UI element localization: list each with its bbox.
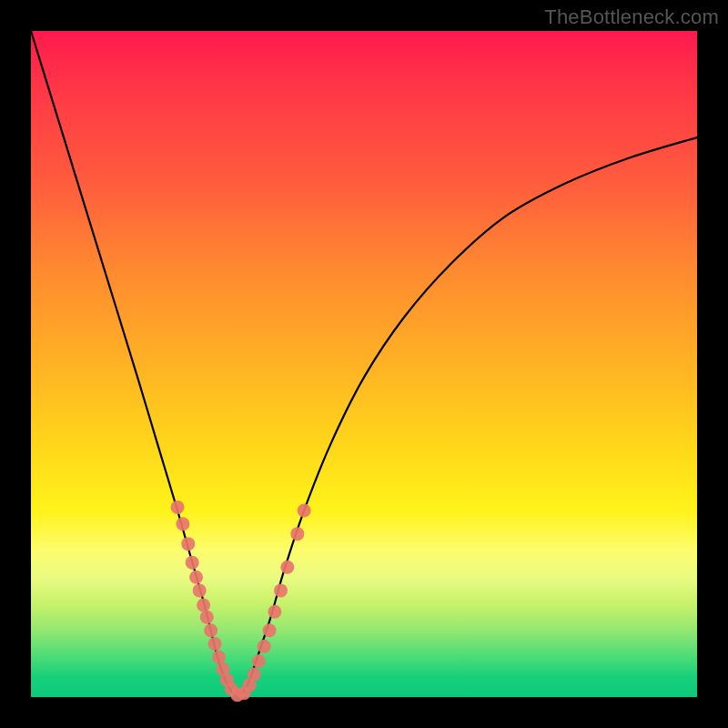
marker-dot	[212, 651, 226, 664]
marker-dot	[263, 623, 277, 637]
marker-dot	[248, 668, 261, 682]
marker-dot	[280, 561, 294, 574]
chart-curve	[31, 31, 697, 697]
marker-dot	[181, 537, 195, 551]
marker-dot	[252, 654, 266, 668]
marker-dot	[290, 527, 304, 541]
marker-dot	[189, 571, 203, 584]
chart-overlay	[0, 0, 728, 728]
marker-dot	[208, 637, 222, 651]
chart-markers	[171, 500, 311, 702]
marker-dot	[186, 556, 199, 570]
marker-dot	[176, 517, 189, 531]
marker-dot	[274, 583, 288, 597]
marker-dot	[200, 611, 214, 624]
marker-dot	[298, 504, 311, 518]
marker-dot	[193, 583, 207, 597]
chart-frame: TheBottleneck.com	[0, 0, 728, 728]
marker-dot	[258, 640, 271, 653]
marker-dot	[197, 598, 210, 612]
marker-dot	[204, 623, 217, 637]
curve-path	[31, 31, 697, 697]
marker-dot	[268, 605, 281, 619]
marker-dot	[171, 500, 185, 514]
